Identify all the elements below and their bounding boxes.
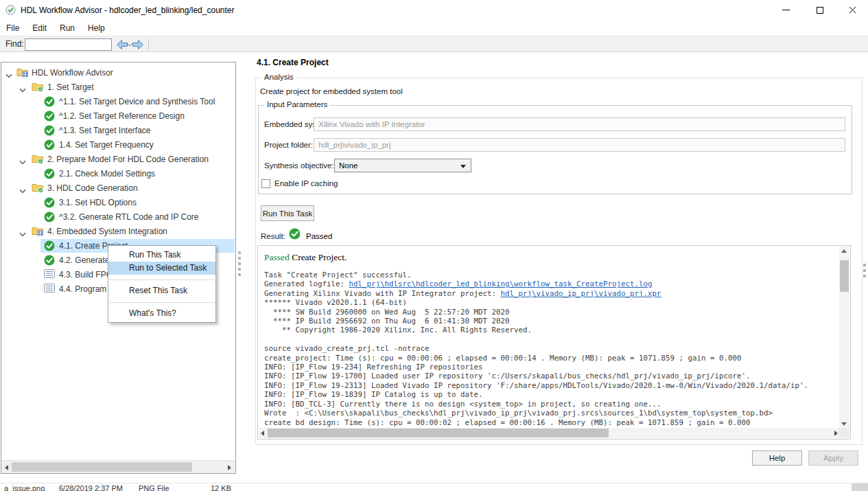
chevron-down-icon[interactable] [19,186,26,196]
log-line: Wrote : <C:\Users\skapali\bus_checks\hdl… [264,409,838,418]
project-folder-field: hdl_prj\vivado_ip_prj [314,138,845,152]
menu-separator [109,302,215,303]
log-text: Wrote : <C:\Users\skapali\bus_checks\hdl… [264,409,773,418]
context-menu-item[interactable]: Run to Selected Task [108,262,215,275]
menu-item-help[interactable]: Help [83,22,110,34]
passed-icon [44,240,55,253]
scroll-left-icon[interactable] [261,431,264,436]
log-hscrollbar-thumb[interactable] [268,429,609,437]
window-edge-handle[interactable] [863,264,866,277]
minimize-button[interactable] [771,0,801,20]
task-description: Create project for embedded system tool [260,87,403,95]
find-combobox[interactable] [25,38,112,51]
folder-check-icon [32,183,44,195]
passed-icon [289,228,301,240]
tree-item[interactable]: ^1.2. Set Target Reference Design [1,109,235,124]
close-button[interactable] [837,0,868,20]
scroll-right-icon[interactable] [228,465,231,470]
find-previous-button[interactable] [116,39,128,53]
log-text: create_project: Time (s): cpu = 00:00:06… [264,354,742,363]
tree-item[interactable]: 4. Embedded System Integration [1,225,235,239]
log-heading-rest: Create Project. [290,252,347,262]
log-text: INFO: [IP_Flow 19-2313] Loaded Vivado IP… [264,381,808,390]
log-text: ****** Vivado v2020.1.1 (64-bit) [264,298,407,307]
log-vertical-scrollbar[interactable] [839,247,849,429]
enable-ip-caching-checkbox[interactable] [261,179,270,188]
log-text: **** SW Build 2960000 on Wed Aug 5 22:57… [264,308,510,317]
tree-item[interactable]: HDL Workflow Advisor [1,66,235,80]
log-line: INFO: [IP_Flow 19-1839] IP Catalog is up… [264,390,838,399]
log-line: **** SW Build 2960000 on Wed Aug 5 22:57… [264,308,838,317]
log-line: INFO: [IP_Flow 19-234] Refreshing IP rep… [264,363,838,372]
log-vscrollbar-thumb[interactable] [840,260,849,292]
minimize-icon [782,10,790,10]
synthesis-objective-value: None [339,161,358,170]
menu-bar: FileEditRunHelp [0,21,868,36]
enable-ip-caching-label: Enable IP caching [274,179,338,187]
tree-item[interactable]: 3.1. Set HDL Options [1,196,235,210]
passed-icon [44,125,55,138]
context-menu-item[interactable]: What's This? [108,307,215,320]
menu-item-file[interactable]: File [1,22,24,34]
log-text: Task "Create Project" successful. [264,271,412,279]
tree-item[interactable]: 2.1. Check Model Settings [1,167,235,181]
help-button[interactable]: Help [752,450,802,466]
tree-item-label: 1. Set Target [47,82,94,92]
log-line: create_bd_design: Time (s): cpu = 00:00:… [264,418,838,427]
find-label: Find: [5,39,24,49]
tree-horizontal-scrollbar[interactable] [1,460,235,473]
maximize-icon [817,7,823,14]
log-line: INFO: [IP_Flow 19-1700] Loaded user IP r… [264,372,838,380]
tree-item[interactable]: 1.4. Set Target Frequency [1,138,235,152]
scroll-right-icon[interactable] [834,431,838,436]
arrow-right-icon [132,39,144,50]
tree-scrollbar-thumb[interactable] [12,462,192,472]
tree-item[interactable]: ^1.3. Set Target Interface [1,124,235,138]
chevron-down-icon[interactable] [19,85,26,95]
find-input[interactable] [25,39,127,50]
scroll-up-icon[interactable] [841,249,847,253]
tree-item-label: ^1.1. Set Target Device and Synthesis To… [59,97,215,106]
log-text: create_bd_design: Time (s): cpu = 00:00:… [264,418,751,427]
arrow-left-icon [116,39,128,50]
context-menu-item[interactable]: Run This Task [108,249,215,262]
tree-item-label: ^1.3. Set Target Interface [59,126,151,135]
log-horizontal-scrollbar[interactable] [259,428,840,438]
title-bar: HDL Workflow Advisor - hdlcoder_led_blin… [0,0,868,21]
log-status-passed: Passed [264,252,290,262]
panel-splitter-handle[interactable] [238,251,241,276]
scroll-down-icon[interactable] [841,422,847,426]
tree-item-label: 1.4. Set Target Frequency [59,140,154,150]
tree-item[interactable]: ^1.1. Set Target Device and Synthesis To… [1,95,235,109]
scrollbar-corner [839,428,849,438]
maximize-button[interactable] [804,0,835,20]
context-menu-item[interactable]: Reset This Task [108,284,215,297]
log-heading: Passed Create Project. [264,252,838,263]
scroll-left-icon[interactable] [5,465,8,470]
passed-icon [44,96,55,109]
tree-item[interactable]: 2. Prepare Model For HDL Code Generation [1,152,235,167]
chevron-down-icon[interactable] [19,157,26,167]
synthesis-objective-dropdown[interactable]: None [334,159,471,172]
tree-item[interactable]: ^3.2. Generate RTL Code and IP Core [1,210,235,225]
log-file-link[interactable]: hdl_prj\vivado_ip_prj\vivado_prj.xpr [501,289,661,298]
tree-item[interactable]: 1. Set Target [1,80,235,95]
tree-item[interactable]: 3. HDL Code Generation [1,181,235,196]
chevron-down-icon[interactable] [5,71,12,80]
find-next-button[interactable] [132,39,144,53]
menu-item-run[interactable]: Run [55,22,80,34]
tree-item-label: ^1.2. Set Target Reference Design [59,111,185,121]
log-file-link[interactable]: hdl_prj\hdlsrc\hdlcoder_led_blinking\wor… [349,279,653,288]
log-text: INFO: [IP_Flow 19-234] Refreshing IP rep… [264,363,483,372]
log-line: ****** Vivado v2020.1.1 (64-bit) [264,298,838,307]
tree-item-label: 4.4. Program T [59,284,114,294]
menu-item-edit[interactable]: Edit [27,22,51,34]
passed-icon [44,197,55,210]
task-pending-icon [44,284,55,295]
hdl-workflow-advisor-window: HDL Workflow Advisor - hdlcoder_led_blin… [0,0,868,491]
log-line: Generating Xilinx Vivado with IP Integra… [264,289,838,298]
log-lines: Task "Create Project" successful.Generat… [264,271,838,426]
chevron-down-icon[interactable] [19,229,26,239]
folder-grid-icon [16,67,29,80]
run-this-task-button[interactable]: Run This Task [261,205,314,221]
